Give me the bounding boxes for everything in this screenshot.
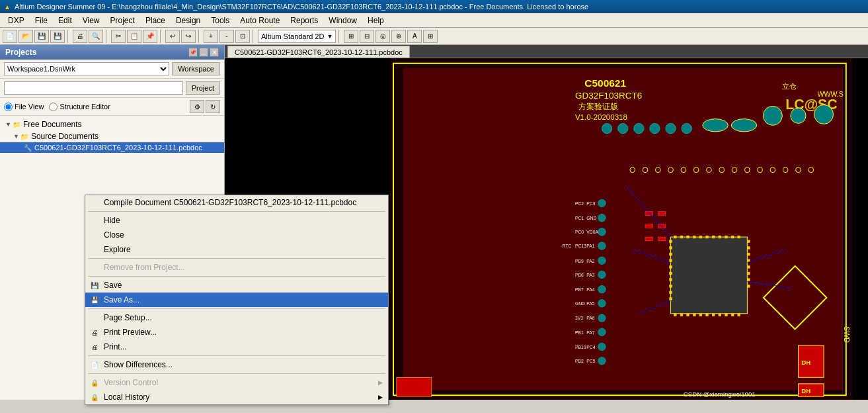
- svg-point-54: [598, 271, 606, 279]
- project-button[interactable]: Project: [186, 81, 220, 95]
- free-documents-label: Free Documents: [23, 120, 82, 129]
- toolbar-extra6[interactable]: ⊞: [423, 30, 438, 43]
- menu-tools[interactable]: Tools: [206, 15, 235, 26]
- menu-reports[interactable]: Reports: [285, 15, 323, 26]
- ctx-printpreview[interactable]: 🖨 Print Preview...: [85, 325, 388, 340]
- ctx-print[interactable]: 🖨 Print...: [85, 340, 388, 354]
- menu-autoroute[interactable]: Auto Route: [235, 15, 285, 26]
- panel-header: Projects 📌 _ ✕: [0, 45, 224, 60]
- svg-text:PC0: PC0: [575, 230, 584, 234]
- panel-controls: 📌 _ ✕: [188, 48, 219, 57]
- svg-text:方案验证版: 方案验证版: [578, 102, 618, 111]
- toolbar-redo[interactable]: ↪: [181, 30, 196, 43]
- menu-file[interactable]: File: [30, 15, 53, 26]
- toolbar-zoom-fit[interactable]: ⊡: [235, 30, 250, 43]
- svg-point-49: [598, 199, 606, 207]
- toolbar-zoom-out[interactable]: -: [219, 30, 234, 43]
- toolbar-save[interactable]: 💾: [34, 30, 49, 43]
- svg-point-23: [814, 105, 834, 124]
- tree-free-documents[interactable]: ▼ 📁 Free Documents: [0, 118, 224, 130]
- pcb-tab[interactable]: C500621-GD32F103RCT6_2023-10-12-111.pcbd…: [227, 46, 410, 58]
- toolbar-copy[interactable]: 📋: [127, 30, 141, 43]
- tree-pcb-file[interactable]: 🔧 C500621-GD32F103RCT6_2023-10-12-111.pc…: [0, 142, 224, 153]
- search-input[interactable]: [4, 81, 183, 95]
- tree-source-documents[interactable]: ▼ 📁 Source Documents: [0, 130, 224, 142]
- menu-view[interactable]: View: [77, 15, 105, 26]
- ctx-pagesetup[interactable]: Page Setup...: [85, 310, 388, 325]
- toolbar-printpreview[interactable]: 🔍: [89, 30, 103, 43]
- expand-icon: ▼: [5, 121, 11, 128]
- workspace-select[interactable]: Workspace1.DsnWrk: [4, 62, 169, 75]
- svg-point-22: [791, 108, 806, 123]
- toolbar-open[interactable]: 📂: [19, 30, 33, 43]
- svg-text:PB8: PB8: [575, 273, 584, 277]
- svg-rect-104: [658, 211, 666, 215]
- panel-close-button[interactable]: ✕: [210, 48, 219, 57]
- ctx-compile[interactable]: Compile Document C500621-GD32F103RCT6_20…: [85, 195, 388, 210]
- toolbar-extra3[interactable]: ◎: [375, 30, 390, 43]
- svg-point-51: [598, 228, 606, 236]
- ctx-saveas-icon: 💾: [89, 295, 100, 305]
- svg-point-53: [598, 257, 606, 265]
- structure-editor-radio-label[interactable]: Structure Editor: [49, 103, 110, 111]
- toolbar-cut[interactable]: ✂: [111, 30, 126, 43]
- ctx-save[interactable]: 💾 Save: [85, 278, 388, 293]
- svg-rect-82: [687, 236, 690, 238]
- svg-point-56: [598, 300, 606, 308]
- svg-point-19: [703, 119, 729, 132]
- toolbar-new[interactable]: 📄: [3, 30, 17, 43]
- file-view-radio[interactable]: [4, 103, 13, 111]
- view-style-dropdown[interactable]: Altium Standard 2D ▼: [258, 30, 336, 43]
- toolbar-extra1[interactable]: ⊞: [344, 30, 358, 43]
- ctx-saveas[interactable]: 💾 Save As...: [85, 293, 388, 307]
- ctx-hide[interactable]: Hide: [85, 213, 388, 228]
- toolbar-saveall[interactable]: 💾: [50, 30, 65, 43]
- svg-text:PB9: PB9: [575, 259, 584, 263]
- ctx-sep1: [88, 211, 385, 212]
- menu-edit[interactable]: Edit: [53, 15, 77, 26]
- panel-pin-button[interactable]: 📌: [188, 48, 198, 57]
- svg-text:立仓: 立仓: [782, 82, 797, 90]
- ctx-showdiff-icon: 📄: [89, 359, 100, 370]
- toolbar-undo[interactable]: ↩: [165, 30, 180, 43]
- svg-rect-98: [719, 314, 721, 316]
- ctx-printpreview-label: Print Preview...: [104, 328, 157, 337]
- svg-rect-61: [671, 237, 748, 314]
- svg-rect-64: [670, 253, 672, 255]
- svg-rect-78: [747, 279, 750, 281]
- toolbar-print[interactable]: 🖨: [73, 30, 87, 43]
- menu-place[interactable]: Place: [140, 15, 171, 26]
- ctx-close-label: Close: [104, 230, 124, 240]
- toolbar-extra4[interactable]: ⊕: [391, 30, 406, 43]
- panel-options-btn[interactable]: ⚙: [190, 100, 204, 113]
- ctx-localhistory[interactable]: 🔒 Local History ▶: [85, 390, 388, 404]
- menu-help[interactable]: Help: [362, 15, 389, 26]
- ctx-print-label: Print...: [104, 342, 127, 351]
- toolbar-extra2[interactable]: ⊟: [360, 30, 374, 43]
- ctx-sep5: [88, 355, 385, 356]
- svg-rect-71: [670, 298, 672, 300]
- menu-dxp[interactable]: DXP: [3, 15, 30, 26]
- menu-design[interactable]: Design: [171, 15, 206, 26]
- toolbar-sep6: [338, 30, 341, 43]
- svg-text:PC5: PC5: [586, 359, 595, 363]
- menu-window[interactable]: Window: [323, 15, 362, 26]
- ctx-close[interactable]: Close: [85, 228, 388, 242]
- ctx-explore[interactable]: Explore: [85, 242, 388, 257]
- panel-refresh-btn[interactable]: ↻: [206, 100, 220, 113]
- ctx-versionctrl-icon: 🔒: [89, 377, 100, 388]
- ctx-showdiff[interactable]: 📄 Show Differences...: [85, 357, 388, 372]
- svg-text:PA5: PA5: [586, 301, 595, 306]
- toolbar-zoom-in[interactable]: +: [204, 30, 218, 43]
- svg-rect-72: [747, 240, 750, 243]
- toolbar-extra5[interactable]: A: [407, 30, 422, 43]
- menu-project[interactable]: Project: [105, 15, 140, 26]
- svg-point-55: [598, 285, 606, 293]
- structure-editor-radio[interactable]: [49, 103, 58, 111]
- toolbar-paste[interactable]: 📌: [143, 30, 157, 43]
- ctx-localhistory-label: Local History: [104, 392, 149, 402]
- file-view-radio-label[interactable]: File View: [4, 103, 44, 111]
- workspace-button[interactable]: Workspace: [172, 62, 220, 75]
- svg-rect-92: [680, 314, 683, 316]
- panel-min-button[interactable]: _: [199, 48, 208, 57]
